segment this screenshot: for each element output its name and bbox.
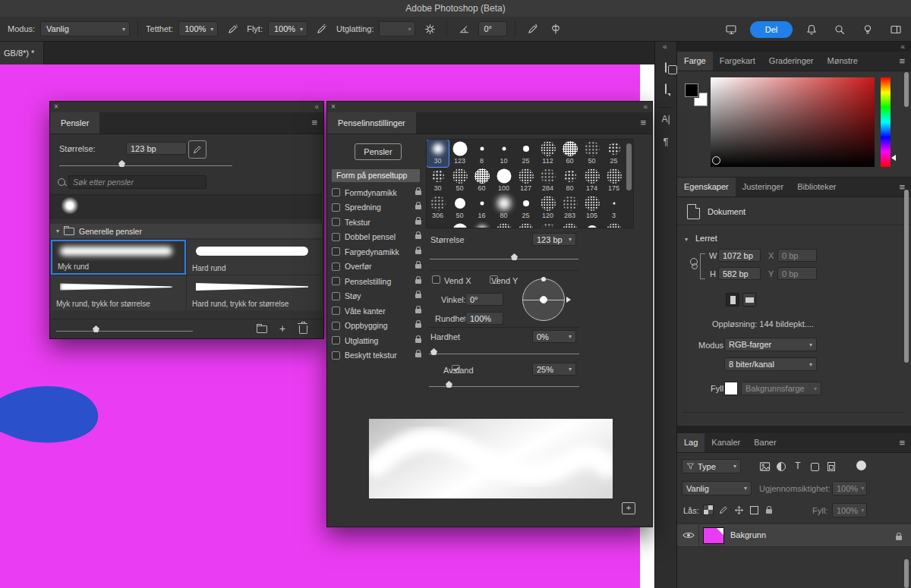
brush-search-input[interactable] (68, 175, 206, 189)
brush-tip-cell[interactable]: 16 (471, 194, 493, 222)
brush-preset[interactable]: Myk rund (51, 240, 186, 275)
panel-menu-icon[interactable]: ≡ (899, 55, 911, 67)
collapse-icon[interactable]: « (643, 102, 648, 112)
scrollbar-thumb[interactable] (904, 559, 909, 588)
angle-field[interactable]: 0° (465, 293, 503, 306)
pressure-opacity-icon[interactable] (223, 20, 241, 37)
notifications-bell-icon[interactable] (802, 21, 821, 38)
panel-tab[interactable]: Fargekart (713, 52, 762, 71)
brush-tip-cell[interactable] (515, 222, 537, 228)
color-picker-indicator[interactable] (712, 156, 720, 165)
panel-menu-icon[interactable]: ≡ (899, 437, 911, 448)
recent-brush-thumb[interactable] (61, 197, 79, 214)
panel-tab[interactable]: Lag (677, 433, 705, 452)
lock-icon[interactable] (415, 294, 421, 298)
brush-tip-cell[interactable]: 60 (559, 140, 581, 167)
layer-filter-dropdown[interactable]: Type (682, 459, 741, 473)
smoothing-dropdown[interactable] (379, 21, 415, 36)
close-icon[interactable]: × (331, 102, 336, 112)
new-brush-icon[interactable]: + (279, 323, 285, 334)
brush-tip-cell[interactable] (427, 222, 449, 228)
fill-dropdown[interactable]: Bakgrunnsfarge (741, 382, 821, 395)
lock-icon[interactable] (415, 250, 421, 254)
brush-option-row[interactable]: Formdynamikk (332, 185, 421, 200)
brush-tip-cell[interactable]: 25 (515, 140, 537, 167)
brush-option-row[interactable]: Utglatting (332, 333, 421, 348)
collapse-icon[interactable]: « (314, 102, 319, 112)
lock-icon[interactable] (415, 190, 421, 195)
filter-shape-layers-icon[interactable] (808, 460, 821, 473)
panel-tab[interactable]: Mønstre (821, 52, 865, 71)
comments-panel-icon[interactable] (665, 84, 667, 93)
option-checkbox[interactable] (332, 292, 340, 300)
brush-tip-cell[interactable]: 306 (427, 194, 449, 222)
symmetry-icon[interactable] (547, 20, 565, 37)
foreground-background-swatches[interactable] (685, 83, 708, 106)
brush-tip-cell[interactable] (449, 222, 471, 228)
brush-tip-cell[interactable]: 175 (603, 167, 625, 194)
brush-size-field[interactable]: 123 bp (126, 142, 187, 155)
brush-tip-cell[interactable]: 50 (449, 167, 471, 194)
brush-tip-cell[interactable]: 10 (493, 140, 515, 167)
y-field[interactable]: 0 bp (777, 267, 817, 280)
slider-thumb[interactable] (446, 381, 452, 388)
brush-tip-cell[interactable]: 123 (449, 140, 471, 167)
dial-knob[interactable] (541, 277, 546, 281)
brush-tip-cell[interactable]: 283 (559, 194, 581, 222)
option-checkbox[interactable] (332, 307, 340, 315)
option-checkbox[interactable] (332, 203, 340, 212)
brush-group-header[interactable]: ▾ Generelle pensler (50, 224, 322, 238)
brush-tip-cell[interactable]: 127 (515, 167, 537, 194)
create-brush-icon[interactable]: + (622, 502, 635, 514)
brush-tip-cell[interactable]: 50 (449, 194, 471, 222)
brush-preset[interactable]: Hard rund, trykk for størrelse (187, 275, 322, 310)
brush-tip-cell[interactable]: 25 (515, 194, 537, 222)
share-button[interactable]: Del (750, 21, 793, 38)
brush-size-slider[interactable] (59, 159, 232, 167)
brush-tip-cell[interactable]: 25 (603, 140, 625, 167)
brush-option-row[interactable]: Overfør (332, 259, 421, 275)
scrollbar-thumb[interactable] (904, 190, 909, 363)
orientation-landscape-button[interactable] (742, 293, 756, 307)
search-icon[interactable] (831, 21, 849, 38)
chevron-down-icon[interactable]: ▾ (685, 236, 688, 243)
lock-icon[interactable] (415, 353, 421, 357)
paragraph-panel-icon[interactable]: ¶ (664, 136, 669, 147)
flow-dropdown[interactable]: 100% (268, 21, 307, 36)
brush-option-row[interactable]: Beskytt tekstur (332, 348, 421, 363)
lock-icon[interactable] (415, 264, 421, 269)
option-checkbox[interactable] (332, 247, 340, 256)
brush-tip-cell[interactable]: 3 (603, 194, 625, 222)
height-field[interactable]: 582 bp (718, 267, 761, 280)
panel-menu-icon[interactable]: ≡ (311, 112, 317, 134)
discover-bulb-icon[interactable] (859, 21, 877, 38)
filter-smart-object-icon[interactable] (824, 460, 838, 473)
panel-tab[interactable]: Biblioteker (790, 178, 843, 197)
size-field[interactable]: 123 bp (532, 233, 576, 246)
spacing-slider[interactable] (429, 380, 579, 388)
brush-option-row[interactable]: Støy (332, 289, 421, 304)
saturation-brightness-square[interactable] (711, 77, 875, 167)
snapshot-panel-icon[interactable] (665, 63, 667, 72)
lock-icon[interactable] (415, 279, 421, 284)
x-field[interactable]: 0 bp (777, 249, 817, 262)
brush-tip-cell[interactable]: 100 (493, 167, 515, 194)
brush-tip-cell[interactable]: 80 (559, 167, 581, 194)
brush-tip-cell[interactable]: 30 (427, 140, 449, 167)
lock-position-icon[interactable] (732, 503, 746, 517)
panel-tab[interactable]: Baner (747, 433, 783, 452)
hardness-slider[interactable] (429, 347, 579, 355)
close-icon[interactable]: × (54, 102, 58, 112)
brush-tip-cell[interactable]: 50 (581, 140, 603, 167)
opacity-dropdown[interactable]: 100% (832, 481, 867, 495)
slider-thumb[interactable] (430, 348, 437, 355)
brush-tip-cell[interactable] (471, 222, 493, 228)
fill-dropdown[interactable]: 100% (832, 503, 867, 517)
option-checkbox[interactable] (332, 188, 340, 197)
brush-option-row[interactable]: Spredning (332, 200, 421, 215)
opacity-dropdown[interactable]: 100% (178, 21, 218, 36)
brush-tip-cell[interactable]: 80 (493, 194, 515, 222)
brush-tip-cell[interactable] (581, 222, 603, 228)
fill-color-swatch[interactable] (724, 382, 738, 395)
brush-preset[interactable]: Myk rund, trykk for størrelse (51, 275, 186, 310)
